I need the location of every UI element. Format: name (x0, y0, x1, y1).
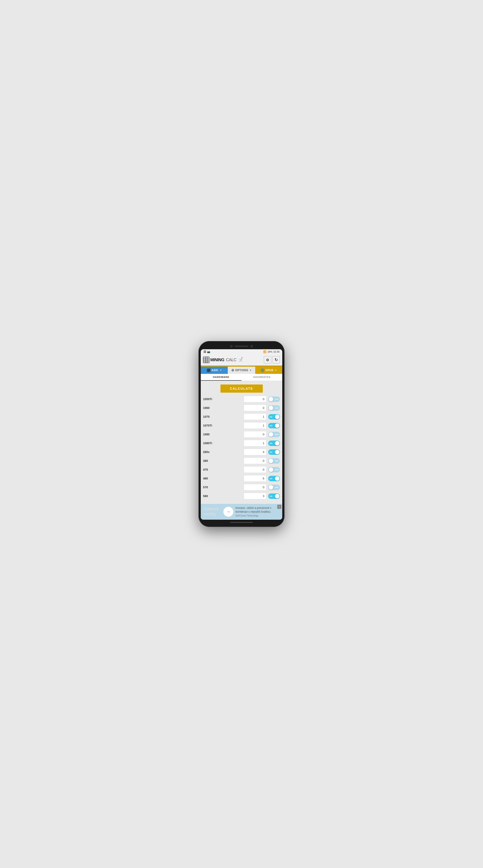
gpu-name: 470 (203, 468, 218, 471)
options-label: OPTIONS (235, 369, 248, 372)
ad-brand-text: Golf Geum Technology (236, 514, 280, 518)
gpu-toggle[interactable]: OFF (268, 397, 280, 402)
gpu-row: 380OFF (203, 458, 280, 464)
settings-button[interactable]: ⚙ (264, 356, 272, 364)
phone-top-bar (201, 345, 282, 347)
gpu-quantity-input[interactable] (244, 413, 266, 420)
time-display: 16:36 (273, 350, 280, 353)
gpu-name: 1070 (203, 415, 218, 418)
gpu-quantity-input[interactable] (244, 431, 266, 438)
svg-line-4 (239, 359, 240, 360)
asic-label: ASIC (211, 369, 219, 372)
gpu-name: 280x (203, 450, 218, 454)
gpu-toggle[interactable]: ON (268, 450, 280, 455)
gpu-row: 480ON (203, 475, 280, 482)
ad-text-right-container: Inovace, vášeň a preciznost v kombinaci … (236, 506, 280, 518)
gpu-name: 380 (203, 459, 218, 463)
gpu-quantity-input[interactable] (244, 405, 266, 411)
gpu-toggle[interactable]: ON (268, 493, 280, 499)
gpu-quantity-input[interactable] (244, 484, 266, 491)
gpu-name: 1050Ti (203, 397, 218, 401)
gpu-toggle[interactable]: ON (268, 414, 280, 420)
sub-nav-hardware[interactable]: HARDWARE (201, 374, 242, 381)
phone-frame: 🖼 📷 📶 18% 16:36 MINING CALC (199, 341, 284, 527)
tab-asic[interactable]: ⬛ ASIC ▼ (201, 367, 228, 374)
gpu-row: 470OFF (203, 466, 280, 473)
battery-text: 18% (267, 350, 272, 353)
gpu-quantity-input[interactable] (244, 422, 266, 429)
calc-text: CALC (226, 358, 236, 362)
logo: MINING CALC (203, 357, 244, 363)
gpus-chevron: ▼ (275, 369, 277, 371)
gpu-row: 280xON (203, 449, 280, 455)
wifi-icon: 📶 (263, 350, 266, 353)
asic-chevron: ▼ (220, 369, 222, 371)
home-bar (230, 522, 253, 523)
gpu-quantity-input[interactable] (244, 449, 266, 455)
gpu-quantity-input[interactable] (244, 475, 266, 482)
gpu-quantity-input[interactable] (244, 493, 266, 499)
status-bar: 🖼 📷 📶 18% 16:36 (201, 349, 282, 354)
header-actions: ⚙ ↻ (264, 356, 280, 364)
gpus-label: GPUS (265, 369, 274, 372)
app-header: MINING CALC ⚙ ↻ (201, 354, 282, 366)
tab-gpus[interactable]: 🌀 GPUS ▼ (255, 367, 282, 374)
gpu-name: 480 (203, 477, 218, 480)
gpu-row: 1070TiON (203, 422, 280, 429)
status-right: 📶 18% 16:36 (263, 350, 280, 353)
status-left: 🖼 📷 (203, 350, 210, 353)
speaker (235, 346, 248, 347)
ad-main-text: Inovace, vášeň a preciznost v kombinaci … (236, 506, 280, 514)
mining-text: MINING (210, 358, 224, 362)
gpu-name: 1070Ti (203, 424, 218, 427)
phone-screen: 🖼 📷 📶 18% 16:36 MINING CALC (201, 349, 282, 520)
tab-options[interactable]: ⚙ OPTIONS ▼ (228, 367, 255, 374)
gpu-list: 1050TiOFF1060OFF1070ON1070TiON1080OFF108… (203, 396, 280, 499)
gpu-toggle[interactable]: ON (268, 423, 280, 428)
asic-icon: ⬛ (207, 368, 211, 372)
main-content: CALCULATE 1050TiOFF1060OFF1070ON1070TiON… (201, 381, 282, 504)
refresh-button[interactable]: ↻ (272, 356, 280, 364)
gpu-quantity-input[interactable] (244, 396, 266, 402)
camera-icon: 📷 (207, 350, 210, 353)
gpu-quantity-input[interactable] (244, 466, 266, 473)
gpu-row: 1050TiOFF (203, 396, 280, 402)
gpu-toggle[interactable]: OFF (268, 485, 280, 490)
options-chevron: ▼ (250, 369, 252, 371)
nav-tabs: ⬛ ASIC ▼ ⚙ OPTIONS ▼ 🌀 GPUS ▼ (201, 367, 282, 374)
gpu-toggle[interactable]: OFF (268, 405, 280, 411)
sub-nav-hashrates[interactable]: HASHRATES (242, 374, 282, 381)
gpu-name: 1080 (203, 433, 218, 436)
ad-close-button[interactable]: ✕ (277, 505, 281, 509)
front-camera (230, 345, 232, 347)
gpu-row: 1070ON (203, 413, 280, 420)
runner-icon (237, 357, 244, 363)
gpu-toggle[interactable]: ON (268, 476, 280, 481)
gpu-name: 580 (203, 494, 218, 498)
image-icon: 🖼 (203, 350, 206, 353)
gpu-row: 1060OFF (203, 405, 280, 411)
ad-banner: Golfové vozíky → Inovace, vášeň a preciz… (201, 504, 282, 520)
gpus-icon: 🌀 (260, 368, 264, 372)
ad-arrow-button[interactable]: → (223, 507, 233, 517)
svg-line-2 (239, 360, 240, 362)
gpu-name: 1080Ti (203, 441, 218, 445)
options-icon: ⚙ (231, 368, 234, 372)
sub-nav: HARDWARE HASHRATES (201, 374, 282, 381)
calculate-button[interactable]: CALCULATE (221, 384, 263, 393)
gpu-quantity-input[interactable] (244, 458, 266, 464)
gpu-row: 580ON (203, 493, 280, 499)
svg-line-3 (240, 360, 242, 362)
svg-point-0 (241, 357, 243, 359)
gpu-toggle[interactable]: OFF (268, 467, 280, 472)
gpu-quantity-input[interactable] (244, 440, 266, 446)
gpu-toggle[interactable]: ON (268, 440, 280, 446)
gpu-toggle[interactable]: OFF (268, 458, 280, 464)
gpu-toggle[interactable]: OFF (268, 432, 280, 437)
gpu-row: 570OFF (203, 484, 280, 491)
app-title: MINING CALC (210, 358, 236, 362)
gpu-name: 1060 (203, 406, 218, 410)
sensor (251, 345, 253, 347)
gpu-name: 570 (203, 486, 218, 489)
gpu-row: 1080TiON (203, 440, 280, 446)
